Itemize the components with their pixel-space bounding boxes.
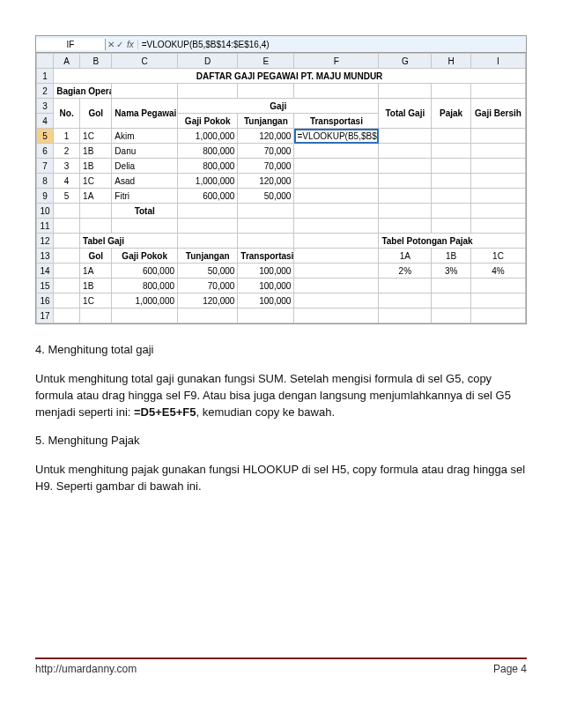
cell[interactable]: 50,000 — [238, 189, 294, 204]
row-header[interactable]: 13 — [37, 249, 54, 264]
formula-bar: IF ✕ ✓ fx =VLOOKUP(B5,$B$14:$E$16,4) — [36, 36, 526, 53]
cell[interactable]: Akim — [112, 129, 178, 144]
hdr-gaji-pokok[interactable]: Gaji Pokok — [178, 114, 238, 129]
tabel-gaji-title[interactable]: Tabel Gaji — [80, 234, 178, 249]
formula-input[interactable]: =VLOOKUP(B5,$B$14:$E$16,4) — [138, 39, 273, 50]
row-header[interactable]: 10 — [37, 204, 54, 219]
tp-h[interactable]: 1B — [432, 249, 471, 264]
cell[interactable]: 100,000 — [238, 264, 294, 279]
hdr-pajak[interactable]: Pajak — [432, 99, 471, 129]
tp-h[interactable]: 1A — [379, 249, 432, 264]
cell[interactable]: 1,000,000 — [178, 129, 238, 144]
cell[interactable]: 1B — [80, 279, 112, 293]
cell[interactable]: 800,000 — [178, 144, 238, 159]
cell[interactable]: 120,000 — [178, 293, 238, 308]
cell[interactable]: 100,000 — [238, 293, 294, 308]
hdr-gaji[interactable]: Gaji — [178, 99, 379, 114]
col-header[interactable]: H — [432, 54, 471, 69]
hdr-gol[interactable]: Gol — [80, 99, 112, 129]
row-header[interactable]: 2 — [37, 84, 54, 99]
col-header[interactable]: F — [294, 54, 379, 69]
col-header[interactable]: C — [112, 54, 178, 69]
col-header[interactable]: E — [238, 54, 294, 69]
cell[interactable]: 600,000 — [112, 264, 178, 279]
row-header[interactable]: 9 — [37, 189, 54, 204]
cell[interactable]: 1,000,000 — [112, 293, 178, 308]
sheet-title[interactable]: DAFTAR GAJI PEGAWAI PT. MAJU MUNDUR — [54, 69, 526, 84]
row-header[interactable]: 8 — [37, 174, 54, 189]
tg-h-gol[interactable]: Gol — [80, 249, 112, 264]
active-cell[interactable]: =VLOOKUP(B5,$B$14:$E$16,4) — [294, 129, 379, 144]
section-label[interactable]: Bagian Operator — [54, 84, 112, 99]
cancel-icon[interactable]: ✕ — [107, 40, 115, 49]
tp-v[interactable]: 3% — [432, 264, 471, 279]
row-header[interactable]: 17 — [37, 308, 54, 323]
cell[interactable]: Fitri — [112, 189, 178, 204]
row-header[interactable]: 3 — [37, 99, 54, 114]
cell[interactable]: 1A — [80, 189, 112, 204]
row-header[interactable]: 4 — [37, 114, 54, 129]
row-header[interactable]: 6 — [37, 144, 54, 159]
spreadsheet-grid[interactable]: A B C D E F G H I 1 DAFTAR GAJI PEGAWAI … — [36, 53, 526, 323]
tg-h-pokok[interactable]: Gaji Pokok — [112, 249, 178, 264]
cell[interactable]: 70,000 — [238, 144, 294, 159]
col-header[interactable]: G — [379, 54, 432, 69]
cell[interactable]: 1B — [80, 159, 112, 174]
tg-h-trans[interactable]: Transportasi — [238, 249, 294, 264]
cell[interactable]: 70,000 — [238, 159, 294, 174]
hdr-transportasi[interactable]: Transportasi — [294, 114, 379, 129]
tp-v[interactable]: 4% — [471, 264, 526, 279]
cell[interactable]: Asad — [112, 174, 178, 189]
total-label[interactable]: Total — [112, 204, 178, 219]
col-header[interactable]: A — [54, 54, 80, 69]
row-header[interactable]: 7 — [37, 159, 54, 174]
formula-bar-buttons: ✕ ✓ fx — [106, 40, 138, 49]
row-header[interactable]: 14 — [37, 264, 54, 279]
tp-h[interactable]: 1C — [471, 249, 526, 264]
cell[interactable]: Delia — [112, 159, 178, 174]
hdr-tunjangan[interactable]: Tunjangan — [238, 114, 294, 129]
tabel-pajak-title[interactable]: Tabel Potongan Pajak — [379, 234, 526, 249]
cell[interactable]: 120,000 — [238, 174, 294, 189]
cell[interactable]: Danu — [112, 144, 178, 159]
tp-v[interactable]: 2% — [379, 264, 432, 279]
cell[interactable]: 120,000 — [238, 129, 294, 144]
fx-icon[interactable]: fx — [125, 40, 136, 49]
cell[interactable]: 1B — [80, 144, 112, 159]
cell[interactable]: 800,000 — [112, 279, 178, 293]
cell[interactable]: 100,000 — [238, 279, 294, 293]
cell[interactable]: 2 — [54, 144, 80, 159]
hdr-bersih[interactable]: Gaji Bersih — [471, 99, 526, 129]
name-box[interactable]: IF — [36, 39, 106, 50]
cell[interactable]: 1C — [80, 174, 112, 189]
cell[interactable]: 800,000 — [178, 159, 238, 174]
excel-screenshot: IF ✕ ✓ fx =VLOOKUP(B5,$B$14:$E$16,4) A B… — [35, 35, 527, 324]
row-header[interactable]: 16 — [37, 293, 54, 308]
cell[interactable]: 3 — [54, 159, 80, 174]
row-header[interactable]: 15 — [37, 279, 54, 293]
cell[interactable]: 1 — [54, 129, 80, 144]
hdr-nama[interactable]: Nama Pegawai — [112, 99, 178, 129]
cell[interactable]: 70,000 — [178, 279, 238, 293]
cell[interactable]: 5 — [54, 189, 80, 204]
row-header[interactable]: 5 — [37, 129, 54, 144]
hdr-total[interactable]: Total Gaji — [379, 99, 432, 129]
hdr-no[interactable]: No. — [54, 99, 80, 129]
cell[interactable]: 1C — [80, 129, 112, 144]
tg-h-tunj[interactable]: Tunjangan — [178, 249, 238, 264]
enter-icon[interactable]: ✓ — [116, 40, 123, 49]
row-header[interactable]: 1 — [37, 69, 54, 84]
col-header[interactable]: B — [80, 54, 112, 69]
cell[interactable]: 600,000 — [178, 189, 238, 204]
cell[interactable]: 4 — [54, 174, 80, 189]
col-header[interactable]: D — [178, 54, 238, 69]
row-header[interactable]: 11 — [37, 219, 54, 234]
cell[interactable]: 1,000,000 — [178, 174, 238, 189]
cell[interactable]: 50,000 — [178, 264, 238, 279]
col-header[interactable]: I — [471, 54, 526, 69]
select-all-corner[interactable] — [37, 54, 54, 69]
section-4-body: Untuk menghitung total gaji gunakan fung… — [35, 371, 527, 421]
row-header[interactable]: 12 — [37, 234, 54, 249]
cell[interactable]: 1C — [80, 293, 112, 308]
cell[interactable]: 1A — [80, 264, 112, 279]
